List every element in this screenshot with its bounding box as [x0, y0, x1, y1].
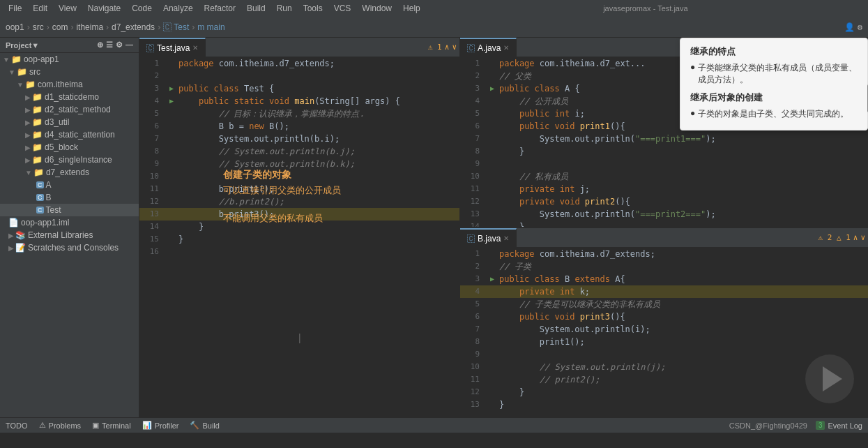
tooltip-title-2: 继承后对象的创建	[690, 91, 858, 104]
tree-root[interactable]: ▼ 📁 oop-app1	[0, 53, 139, 66]
chevron-down-b[interactable]: ∨	[860, 233, 865, 242]
sidebar-icon-collapse[interactable]: ☰	[106, 40, 113, 50]
breadcrumb-test[interactable]: 🇨 Test	[163, 22, 189, 32]
menu-refactor[interactable]: Refactor	[199, 2, 241, 15]
menu-edit[interactable]: Edit	[27, 2, 53, 15]
tree-src[interactable]: ▼ 📁 src	[0, 66, 139, 78]
terminal-icon: ▣	[92, 421, 99, 430]
status-profiler[interactable]: 📊 Profiler	[142, 421, 179, 430]
b-code-lines: 1 package com.itheima.d7_extends; 2 // 子…	[460, 248, 868, 417]
tree-arrow-root: ▼	[3, 56, 10, 64]
tree-d3[interactable]: ▶ 📁 d3_util	[0, 116, 139, 128]
folder-icon-d6: 📁	[32, 155, 43, 165]
profiler-icon: 📊	[142, 421, 152, 430]
tree-root-label: oop-app1	[24, 54, 59, 64]
code-line: 15 }	[139, 233, 459, 246]
code-line: 1 package com.itheima.d7_extends;	[139, 57, 459, 70]
menu-tools[interactable]: Tools	[298, 2, 328, 15]
run-arrow-3[interactable]: ▶	[169, 82, 174, 95]
tooltip-popup: 继承的特点 ● 子类能继承父类的非私有成员（成员变量、成员方法）。 继承后对象的…	[680, 38, 868, 130]
status-build[interactable]: 🔨 Build	[190, 421, 219, 430]
tree-d3-label: d3_util	[45, 117, 69, 127]
class-icon-test: C	[36, 207, 44, 214]
tree-class-a[interactable]: C A	[0, 179, 139, 191]
tree-d4-label: d4_static_attention	[45, 130, 115, 140]
tree-d4[interactable]: ▶ 📁 d4_static_attention	[0, 128, 139, 141]
code-line-active: 13 b.print3();	[139, 208, 459, 221]
iml-icon: 📄	[8, 218, 19, 227]
tree-d2-label: d2_static_method	[45, 105, 111, 114]
code-line: 7 System.out.println(b.i);	[139, 133, 459, 145]
tree-iml[interactable]: 📄 oop-app1.iml	[0, 216, 139, 229]
tab-a-java[interactable]: 🇨 A.java ✕	[460, 38, 517, 57]
status-bar: TODO ⚠ Problems ▣ Terminal 📊 Profiler 🔨 …	[0, 417, 868, 433]
tab-test-close[interactable]: ✕	[192, 44, 198, 52]
menu-build[interactable]: Build	[241, 2, 271, 15]
breadcrumb-src[interactable]: src	[33, 22, 44, 32]
run-arrow-4[interactable]: ▶	[169, 95, 174, 107]
breadcrumb-oop1[interactable]: oop1	[6, 22, 24, 32]
chevron-up-b[interactable]: ∧	[853, 233, 858, 242]
tab-b-close[interactable]: ✕	[503, 234, 509, 242]
breadcrumb-d7[interactable]: d7_extends	[112, 22, 155, 32]
code-line: 8 }	[460, 145, 868, 158]
tooltip-bullet-2: ● 子类的对象是由子类、父类共同完成的。	[690, 108, 858, 120]
menu-help[interactable]: Help	[397, 2, 426, 15]
chevron-down-test[interactable]: ∨	[452, 43, 457, 52]
tree-class-b[interactable]: C B	[0, 191, 139, 204]
code-line: 12 //b.print2();	[139, 195, 459, 208]
tooltip-title-1: 继承的特点	[690, 45, 858, 58]
tree-scratches[interactable]: ▶ 📝 Scratches and Consoles	[0, 241, 139, 254]
b-code-content[interactable]: 1 package com.itheima.d7_extends; 2 // 子…	[460, 248, 868, 417]
status-todo[interactable]: TODO	[6, 421, 28, 430]
menu-code[interactable]: Code	[126, 2, 158, 15]
breadcrumb-main[interactable]: m main	[197, 22, 224, 32]
menu-file[interactable]: File	[3, 2, 27, 15]
run-arrow-a3[interactable]: ▶	[490, 82, 494, 95]
menu-run[interactable]: Run	[271, 2, 298, 15]
code-line: 6 B b = new B();	[139, 120, 459, 133]
status-problems[interactable]: ⚠ Problems	[39, 421, 81, 430]
menu-vcs[interactable]: VCS	[328, 2, 357, 15]
tab-a-label: A.java	[478, 43, 501, 53]
test-code-content[interactable]: 创建子类的对象 可以直接引用父类的公开成员 不能调用父类的私有成员 1 pack…	[139, 57, 459, 417]
chevron-up-test[interactable]: ∧	[445, 43, 450, 52]
tree-com[interactable]: ▼ 📁 com.itheima	[0, 78, 139, 91]
sidebar-icon-settings[interactable]: ⚙	[116, 40, 123, 50]
sidebar-icon-target[interactable]: ⊕	[97, 40, 103, 50]
tree-d5[interactable]: ▶ 📁 d5_block	[0, 141, 139, 154]
code-line: 11 private int j;	[460, 183, 868, 195]
tree-extlibs[interactable]: ▶ 📚 External Libraries	[0, 229, 139, 241]
breadcrumb-com[interactable]: com	[52, 22, 68, 32]
tree-arrow-d1: ▶	[25, 94, 31, 101]
menu-navigate[interactable]: Navigate	[82, 2, 126, 15]
user-icon[interactable]: 👤	[844, 22, 855, 32]
tree-class-test[interactable]: C Test	[0, 204, 139, 216]
code-line: 12 private void print2(){	[460, 195, 868, 208]
tree-d2[interactable]: ▶ 📁 d2_static_method	[0, 103, 139, 116]
tree-d6[interactable]: ▶ 📁 d6_singleInstance	[0, 154, 139, 166]
code-line: 14 }	[460, 221, 868, 227]
tree-src-label: src	[29, 67, 40, 77]
problems-label: Problems	[49, 421, 81, 430]
breadcrumb-itheima[interactable]: itheima	[76, 22, 103, 32]
tab-test-java[interactable]: 🇨 Test.java ✕	[139, 38, 206, 57]
status-right: CSDN_@Fighting0429 3 Event Log	[729, 421, 862, 430]
tab-b-java[interactable]: 🇨 B.java ✕	[460, 228, 517, 247]
status-terminal[interactable]: ▣ Terminal	[92, 421, 131, 430]
tree-d7[interactable]: ▼ 📁 d7_extends	[0, 166, 139, 179]
menu-analyze[interactable]: Analyze	[158, 2, 199, 15]
menu-view[interactable]: View	[53, 2, 82, 15]
menu-window[interactable]: Window	[356, 2, 397, 15]
status-event-log[interactable]: 3 Event Log	[816, 421, 862, 430]
tree-d1[interactable]: ▶ 📁 d1_staticdemo	[0, 91, 139, 103]
tab-b-label: B.java	[478, 234, 501, 244]
settings-icon[interactable]: ⚙	[858, 22, 862, 32]
code-line: 14 }	[139, 221, 459, 233]
run-arrow-b3[interactable]: ▶	[490, 273, 494, 285]
tab-a-close[interactable]: ✕	[503, 44, 509, 52]
code-line: 6 public void print3(){	[460, 311, 868, 323]
tooltip-section-2: 继承后对象的创建 ● 子类的对象是由子类、父类共同完成的。	[690, 91, 858, 120]
sidebar-icon-minus[interactable]: —	[125, 40, 133, 50]
code-line: 5 // 目标：认识继承，掌握继承的特点.	[139, 107, 459, 120]
